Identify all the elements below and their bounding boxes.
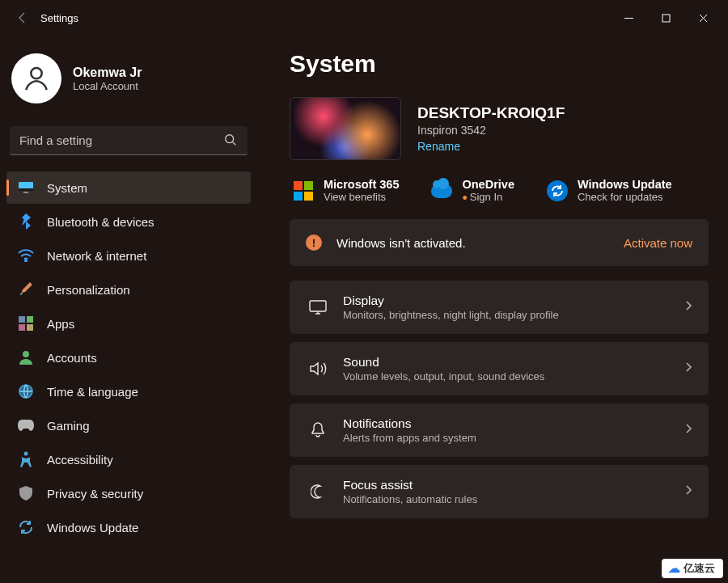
nav-label: Accessibility [47, 453, 113, 467]
settings-list: Display Monitors, brightness, night ligh… [290, 281, 709, 518]
list-item-title: Sound [343, 355, 684, 370]
gamepad-icon [18, 417, 34, 433]
sidebar: Okemwa Jr Local Account System Bluetooth… [0, 36, 257, 583]
svg-point-13 [24, 452, 28, 456]
chevron-right-icon [684, 300, 692, 315]
update-icon [18, 519, 34, 535]
svg-rect-7 [19, 316, 25, 323]
list-item-notifications[interactable]: Notifications Alerts from apps and syste… [290, 403, 709, 457]
app-title: Settings [40, 12, 78, 24]
list-item-sub: Notifications, automatic rules [343, 493, 684, 505]
device-name: DESKTOP-KROIQ1F [417, 104, 565, 122]
sidebar-item-gaming[interactable]: Gaming [6, 409, 251, 441]
moon-icon [306, 484, 330, 499]
display-icon [306, 300, 330, 315]
svg-rect-8 [27, 316, 33, 323]
shield-icon [18, 485, 34, 501]
list-item-sub: Volume levels, output, input, sound devi… [343, 370, 684, 382]
page-title: System [290, 50, 709, 78]
promo-sub: Check for updates [578, 191, 672, 203]
nav-label: Privacy & security [47, 487, 143, 501]
promo-windows-update[interactable]: Windows Update Check for updates [547, 178, 672, 203]
chevron-right-icon [684, 484, 692, 499]
onedrive-icon [431, 180, 452, 201]
nav-label: Gaming [47, 419, 90, 433]
search-container [10, 126, 248, 155]
watermark: ☁亿速云 [662, 559, 723, 578]
promo-row: Microsoft 365 View benefits OneDrive •Si… [290, 178, 709, 203]
microsoft-logo-icon [293, 180, 314, 201]
svg-rect-0 [662, 15, 670, 22]
promo-onedrive[interactable]: OneDrive •Sign In [431, 178, 514, 203]
back-button[interactable] [6, 2, 39, 34]
list-item-title: Notifications [343, 416, 684, 431]
nav-list: System Bluetooth & devices Network & int… [6, 171, 251, 543]
sound-icon [306, 361, 330, 376]
chevron-right-icon [684, 361, 692, 376]
list-item-sound[interactable]: Sound Volume levels, output, input, soun… [290, 342, 709, 395]
nav-label: Bluetooth & devices [47, 215, 154, 229]
maximize-button[interactable] [647, 5, 684, 31]
promo-title: Microsoft 365 [324, 178, 399, 191]
bluetooth-icon [18, 213, 34, 230]
sidebar-item-accounts[interactable]: Accounts [6, 341, 251, 374]
list-item-title: Display [343, 294, 684, 308]
svg-rect-10 [27, 324, 33, 331]
svg-point-11 [23, 351, 29, 357]
search-input[interactable] [10, 126, 248, 155]
list-item-display[interactable]: Display Monitors, brightness, night ligh… [290, 281, 709, 334]
nav-label: Accounts [47, 351, 97, 365]
accessibility-icon [18, 451, 34, 467]
main-content: System DESKTOP-KROIQ1F Inspiron 3542 Ren… [257, 36, 728, 583]
nav-label: Network & internet [47, 249, 146, 263]
search-icon [223, 133, 238, 150]
svg-point-6 [25, 260, 27, 262]
windows-update-icon [547, 180, 568, 201]
avatar [11, 53, 61, 104]
promo-sub: •Sign In [462, 191, 514, 203]
svg-rect-14 [310, 301, 326, 311]
warning-icon: ! [306, 234, 322, 251]
sidebar-item-bluetooth[interactable]: Bluetooth & devices [6, 205, 251, 238]
promo-microsoft-365[interactable]: Microsoft 365 View benefits [293, 178, 399, 203]
list-item-sub: Monitors, brightness, night light, displ… [343, 309, 684, 321]
minimize-button[interactable] [610, 5, 647, 31]
activation-banner: ! Windows isn't activated. Activate now [290, 219, 709, 266]
display-icon [18, 180, 34, 196]
sidebar-item-personalization[interactable]: Personalization [6, 273, 251, 306]
list-item-focus-assist[interactable]: Focus assist Notifications, automatic ru… [290, 465, 709, 518]
nav-label: Personalization [47, 283, 130, 297]
svg-point-1 [31, 68, 41, 78]
titlebar: Settings [0, 0, 728, 36]
activate-now-link[interactable]: Activate now [624, 236, 692, 250]
sidebar-item-system[interactable]: System [6, 171, 251, 204]
nav-label: System [47, 181, 87, 195]
globe-icon [18, 383, 34, 399]
promo-sub: View benefits [324, 191, 399, 203]
sidebar-item-apps[interactable]: Apps [6, 307, 251, 340]
svg-rect-9 [19, 324, 25, 331]
nav-label: Time & language [47, 385, 138, 399]
sidebar-item-privacy[interactable]: Privacy & security [6, 477, 251, 509]
sidebar-item-accessibility[interactable]: Accessibility [6, 443, 251, 475]
svg-rect-4 [19, 188, 33, 191]
user-profile[interactable]: Okemwa Jr Local Account [6, 45, 251, 118]
activation-message: Windows isn't activated. [336, 236, 624, 250]
svg-rect-5 [23, 192, 28, 193]
device-thumbnail [290, 97, 401, 160]
user-name: Okemwa Jr [73, 65, 142, 80]
promo-title: OneDrive [462, 178, 514, 191]
device-info: DESKTOP-KROIQ1F Inspiron 3542 Rename [290, 97, 709, 160]
rename-link[interactable]: Rename [417, 140, 460, 153]
chevron-right-icon [684, 423, 692, 437]
sidebar-item-time[interactable]: Time & language [6, 375, 251, 408]
user-account-type: Local Account [73, 80, 142, 92]
person-icon [18, 349, 34, 365]
sidebar-item-update[interactable]: Windows Update [6, 511, 251, 543]
device-model: Inspiron 3542 [417, 124, 565, 137]
list-item-sub: Alerts from apps and system [343, 432, 684, 444]
brush-icon [18, 281, 34, 298]
close-button[interactable] [684, 5, 722, 31]
window-controls [610, 5, 722, 31]
sidebar-item-network[interactable]: Network & internet [6, 239, 251, 272]
